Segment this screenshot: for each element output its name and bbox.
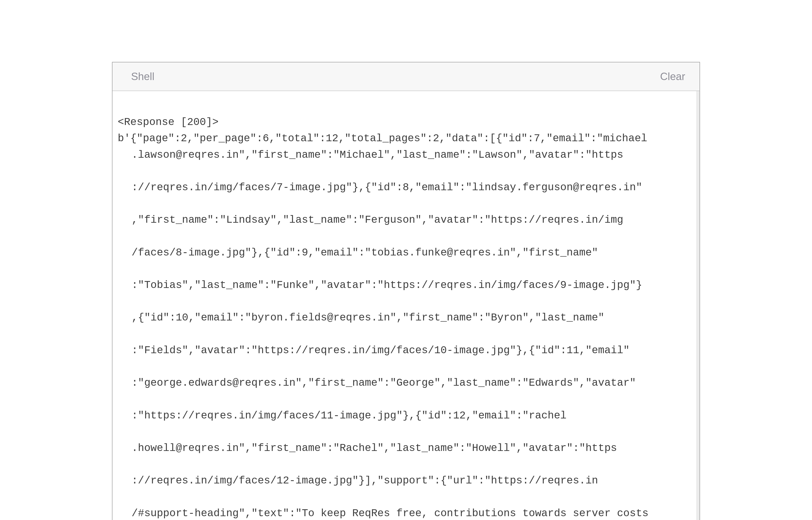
output-line: :"https://reqres.in/img/faces/11-image.j… — [118, 408, 691, 424]
output-line: ://reqres.in/img/faces/12-image.jpg"}],"… — [118, 472, 691, 489]
shell-panel: Shell Clear <Response [200]> b'{"page":2… — [112, 62, 700, 520]
output-line: :"george.edwards@reqres.in","first_name"… — [118, 375, 691, 391]
output-line: b'{"page":2,"per_page":6,"total":12,"tot… — [118, 132, 647, 144]
stage: Shell Clear <Response [200]> b'{"page":2… — [112, 62, 700, 458]
output-line: :"Tobias","last_name":"Funke","avatar":"… — [118, 277, 691, 293]
output-line: :"Fields","avatar":"https://reqres.in/im… — [118, 342, 691, 359]
output-line: .howell@reqres.in","first_name":"Rachel"… — [118, 440, 691, 456]
output-line: /faces/8-image.jpg"},{"id":9,"email":"to… — [118, 244, 691, 261]
shell-output: <Response [200]> b'{"page":2,"per_page":… — [118, 98, 691, 520]
output-line: .lawson@reqres.in","first_name":"Michael… — [118, 147, 691, 163]
output-line: ,{"id":10,"email":"byron.fields@reqres.i… — [118, 309, 691, 326]
output-line: ,"first_name":"Lindsay","last_name":"Fer… — [118, 212, 691, 228]
shell-title: Shell — [131, 71, 155, 82]
shell-panel-header: Shell Clear — [112, 62, 700, 91]
output-line: ://reqres.in/img/faces/7-image.jpg"},{"i… — [118, 179, 691, 196]
output-line: /#support-heading","text":"To keep ReqRe… — [118, 505, 691, 520]
clear-button[interactable]: Clear — [660, 71, 685, 82]
output-line: <Response [200]> — [118, 116, 219, 128]
shell-body[interactable]: <Response [200]> b'{"page":2,"per_page":… — [112, 91, 700, 520]
